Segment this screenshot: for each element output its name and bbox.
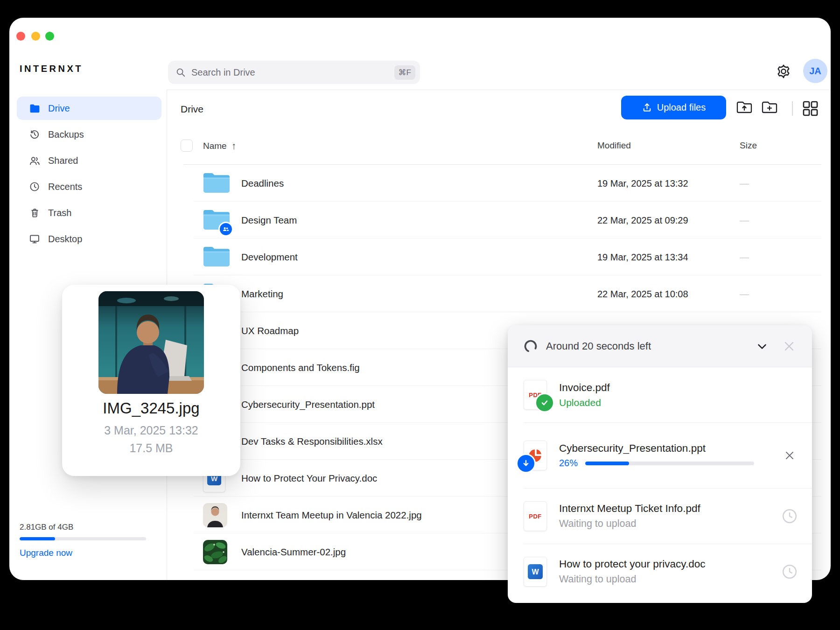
file-name: Marketing bbox=[241, 288, 283, 300]
panel-bottom-padding bbox=[508, 599, 812, 603]
sidebar-item-backups[interactable]: Backups bbox=[17, 123, 161, 146]
file-preview-card: IMG_3245.jpg 3 Mar, 2025 13:32 17.5 MB bbox=[62, 285, 240, 476]
column-header-size[interactable]: Size bbox=[740, 140, 757, 151]
upload-percent: 26% bbox=[559, 458, 578, 469]
file-modified: 22 Mar, 2025 at 09:29 bbox=[597, 215, 688, 225]
sidebar-item-label: Shared bbox=[48, 155, 78, 166]
select-all-checkbox[interactable] bbox=[181, 140, 193, 152]
fullscreen-window-button[interactable] bbox=[45, 32, 54, 41]
upload-item-name: Internxt Meetup Ticket Info.pdf bbox=[559, 503, 769, 515]
trash-icon bbox=[28, 207, 41, 219]
table-row[interactable]: Deadlines 19 Mar, 2025 at 13:32 — bbox=[183, 165, 821, 202]
spinner-icon bbox=[524, 339, 538, 353]
photo-thumbnail bbox=[203, 503, 227, 527]
sidebar-item-drive[interactable]: Drive bbox=[17, 97, 161, 120]
waiting-clock-icon bbox=[781, 508, 798, 525]
pdf-file-icon: PDF bbox=[524, 380, 547, 410]
collapse-panel-chevron-icon[interactable] bbox=[753, 337, 771, 355]
upload-item-status: Uploaded bbox=[559, 397, 798, 408]
close-panel-icon[interactable] bbox=[779, 336, 799, 356]
file-modified: 22 Mar, 2025 at 10:08 bbox=[597, 288, 688, 299]
upload-item-status: Waiting to upload bbox=[559, 518, 769, 530]
preview-photo bbox=[98, 291, 204, 394]
search-shortcut-badge: ⌘F bbox=[394, 65, 415, 80]
file-modified: 19 Mar, 2025 at 13:34 bbox=[597, 252, 688, 262]
history-icon bbox=[28, 128, 41, 140]
new-folder-icon[interactable] bbox=[762, 100, 778, 116]
sidebar-item-trash[interactable]: Trash bbox=[17, 201, 161, 224]
people-icon bbox=[28, 154, 41, 167]
column-header-modified[interactable]: Modified bbox=[597, 140, 631, 151]
upload-item-name: How to protect your privacy.doc bbox=[559, 558, 769, 570]
file-name: Development bbox=[241, 252, 298, 263]
sort-ascending-arrow: ↑ bbox=[231, 140, 237, 152]
upload-item: W How to protect your privacy.doc Waitin… bbox=[508, 544, 812, 599]
table-row[interactable]: Development 19 Mar, 2025 at 13:34 — bbox=[183, 238, 821, 275]
file-name: UX Roadmap bbox=[241, 325, 299, 336]
file-name: Cybersecurity_Presentation.ppt bbox=[241, 399, 375, 410]
shared-badge-icon bbox=[218, 222, 233, 237]
settings-gear-icon[interactable] bbox=[776, 63, 791, 79]
toolbar-divider bbox=[792, 101, 793, 116]
column-header-name[interactable]: Name ↑ bbox=[203, 140, 236, 152]
upload-item: PDF Internxt Meetup Ticket Info.pdf Wait… bbox=[508, 489, 812, 544]
file-name: How to Protect Your Privacy.doc bbox=[241, 473, 377, 484]
file-name: Dev Tasks & Responsibilities.xlsx bbox=[241, 436, 383, 447]
preview-filesize: 17.5 MB bbox=[62, 441, 240, 455]
grid-view-icon[interactable] bbox=[803, 101, 819, 117]
sidebar: Drive Backups Shared Recents Trash bbox=[17, 97, 161, 253]
folder-icon bbox=[203, 172, 230, 195]
pdf-file-icon: PDF bbox=[524, 501, 547, 531]
file-name: Internxt Team Meetup in Valencia 2022.jp… bbox=[241, 510, 422, 521]
file-size: — bbox=[740, 215, 749, 225]
upload-panel-header: Around 20 seconds left bbox=[508, 325, 812, 367]
folder-icon bbox=[203, 245, 230, 269]
upload-files-label: Upload files bbox=[657, 102, 706, 113]
photo-thumbnail bbox=[203, 540, 227, 564]
upload-item: Cybersecurity_Presentation.ppt 26% bbox=[508, 423, 812, 488]
upload-progress-panel: Around 20 seconds left PDF Invoice.pdf U… bbox=[508, 325, 812, 603]
storage-progress-fill bbox=[20, 537, 55, 540]
sidebar-item-recents[interactable]: Recents bbox=[17, 175, 161, 198]
file-size: — bbox=[740, 178, 749, 189]
close-window-button[interactable] bbox=[16, 32, 25, 41]
uploaded-check-icon bbox=[535, 393, 554, 413]
sidebar-item-desktop[interactable]: Desktop bbox=[17, 227, 161, 251]
uploading-arrow-icon bbox=[516, 454, 536, 473]
clock-icon bbox=[28, 181, 41, 193]
storage-usage-label: 2.81GB of 4GB bbox=[20, 523, 150, 532]
table-row[interactable]: Design Team 22 Mar, 2025 at 09:29 — bbox=[183, 202, 821, 238]
sidebar-item-label: Drive bbox=[48, 103, 70, 114]
table-row[interactable]: Marketing 22 Mar, 2025 at 10:08 — bbox=[183, 275, 821, 312]
file-modified: 19 Mar, 2025 at 13:32 bbox=[597, 178, 688, 189]
cancel-upload-icon[interactable] bbox=[781, 447, 798, 464]
internxt-logo: INTERNXT bbox=[20, 63, 83, 74]
file-name: Components and Tokens.fig bbox=[241, 362, 360, 373]
avatar[interactable]: JA bbox=[803, 59, 827, 83]
upload-eta-label: Around 20 seconds left bbox=[546, 340, 745, 352]
minimize-window-button[interactable] bbox=[31, 32, 40, 41]
upload-item: PDF Invoice.pdf Uploaded bbox=[508, 367, 812, 422]
file-name: Valencia-Summer-02.jpg bbox=[241, 546, 346, 558]
upload-files-button[interactable]: Upload files bbox=[621, 96, 726, 119]
storage-progress-bar bbox=[20, 537, 146, 540]
upgrade-now-link[interactable]: Upgrade now bbox=[20, 548, 150, 558]
storage-widget: 2.81GB of 4GB Upgrade now bbox=[20, 523, 150, 558]
file-name: Design Team bbox=[241, 215, 297, 226]
upload-progress: 26% bbox=[559, 458, 769, 469]
sidebar-item-label: Desktop bbox=[48, 234, 82, 245]
upload-icon bbox=[642, 102, 652, 113]
upload-progress-bar bbox=[585, 462, 754, 465]
search-input[interactable]: Search in Drive ⌘F bbox=[168, 61, 420, 84]
topbar-divider bbox=[167, 90, 831, 90]
ppt-file-icon bbox=[524, 441, 547, 470]
search-icon bbox=[175, 67, 186, 77]
svg-text:W: W bbox=[532, 568, 539, 576]
sidebar-item-label: Backups bbox=[48, 129, 84, 140]
search-placeholder: Search in Drive bbox=[191, 67, 394, 78]
sidebar-item-shared[interactable]: Shared bbox=[17, 149, 161, 172]
avatar-initials: JA bbox=[809, 66, 821, 77]
upload-folder-icon[interactable] bbox=[736, 100, 753, 116]
monitor-icon bbox=[28, 233, 41, 245]
waiting-clock-icon bbox=[781, 563, 798, 580]
